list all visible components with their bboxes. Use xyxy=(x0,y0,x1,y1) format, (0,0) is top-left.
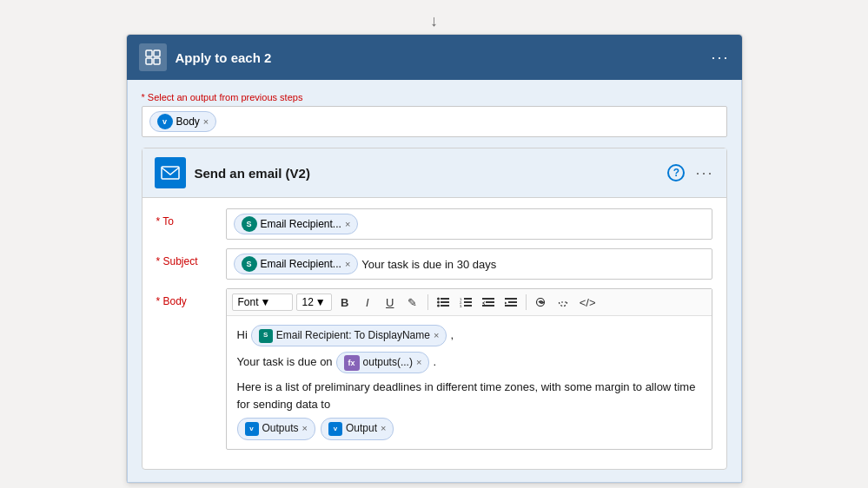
svg-rect-22 xyxy=(505,305,517,307)
to-token-close[interactable]: × xyxy=(345,219,350,229)
font-size-dropdown[interactable]: 12 ▼ xyxy=(296,293,332,311)
body-editor[interactable]: Font ▼ 12 ▼ B I xyxy=(226,288,712,450)
send-email-title: Send an email (V2) xyxy=(195,166,668,181)
to-recipient-token[interactable]: S Email Recipient... × xyxy=(234,214,359,234)
output-close[interactable]: × xyxy=(381,421,386,437)
pen-button[interactable]: ✎ xyxy=(403,293,422,312)
svg-rect-3 xyxy=(154,58,160,64)
svg-rect-19 xyxy=(482,305,494,307)
to-row: * To S Email Recipient... × xyxy=(156,208,712,240)
bold-button[interactable]: B xyxy=(335,293,354,312)
svg-text:3.: 3. xyxy=(460,304,462,307)
to-input[interactable]: S Email Recipient... × xyxy=(226,208,712,240)
svg-point-5 xyxy=(437,298,440,300)
editor-toolbar: Font ▼ 12 ▼ B I xyxy=(227,289,712,316)
due-text: Your task is due on xyxy=(237,353,333,372)
outputs-list-close[interactable]: × xyxy=(302,421,308,437)
outputs-list-icon: v xyxy=(245,422,259,436)
to-token-label: Email Recipient... xyxy=(261,218,341,230)
outputs-list-token[interactable]: v Outputs × xyxy=(237,418,315,439)
toolbar-divider-2 xyxy=(526,294,527,310)
svg-point-7 xyxy=(437,301,440,304)
subject-token-close[interactable]: × xyxy=(345,259,350,269)
hi-line: Hi S Email Recipient: To DisplayName × , xyxy=(237,325,701,346)
editor-content[interactable]: Hi S Email Recipient: To DisplayName × , xyxy=(227,316,712,449)
indent-increase-button[interactable] xyxy=(501,293,520,312)
send-email-header: Send an email (V2) ? ··· xyxy=(142,148,726,198)
recipient-token-close[interactable]: × xyxy=(434,328,439,344)
svg-rect-18 xyxy=(486,301,494,303)
svg-rect-17 xyxy=(482,298,494,300)
hi-text: Hi xyxy=(237,326,248,345)
send-email-icon xyxy=(155,157,186,188)
subject-content: S Email Recipient... × Your task is due … xyxy=(226,248,712,280)
send-email-container: Send an email (V2) ? ··· * To xyxy=(142,148,727,470)
help-icon[interactable]: ? xyxy=(667,164,685,181)
dot-text: . xyxy=(433,353,436,372)
outputs-token-close[interactable]: × xyxy=(416,355,421,371)
to-content: S Email Recipient... × xyxy=(226,208,712,240)
apply-header-icon xyxy=(139,43,167,71)
recipient-token-label: Email Recipient: To DisplayName xyxy=(276,327,430,344)
recipient-token-icon: S xyxy=(259,329,273,343)
apply-body: * Select an output from previous steps v… xyxy=(127,80,742,483)
font-label: Font xyxy=(238,296,259,308)
toolbar-divider-1 xyxy=(427,294,428,310)
body-row: * Body Font ▼ xyxy=(156,288,712,450)
select-output-input[interactable]: v Body × xyxy=(142,106,727,137)
outputs-token-label: outputs(...) xyxy=(363,354,413,371)
comma-text: , xyxy=(450,326,454,345)
apply-to-each-container: Apply to each 2 ··· * Select an output f… xyxy=(126,34,743,484)
subject-input[interactable]: S Email Recipient... × Your task is due … xyxy=(226,248,712,280)
unordered-list-button[interactable] xyxy=(434,293,453,312)
subject-text: Your task is due in 30 days xyxy=(361,258,496,271)
outputs-token[interactable]: fx outputs(...) × xyxy=(336,352,430,373)
body-token-close[interactable]: × xyxy=(203,116,209,127)
code-button[interactable]: </> xyxy=(577,293,599,312)
body-token[interactable]: v Body × xyxy=(149,111,217,132)
due-line: Your task is due on fx outputs(...) × . xyxy=(237,352,701,373)
body-content: Font ▼ 12 ▼ B I xyxy=(226,288,712,450)
send-email-form: * To S Email Recipient... × xyxy=(142,198,726,469)
output-label: Output xyxy=(346,420,377,437)
send-email-menu[interactable]: ··· xyxy=(695,164,713,182)
underline-button[interactable]: U xyxy=(381,293,400,312)
subject-recipient-token[interactable]: S Email Recipient... × xyxy=(234,254,359,274)
svg-rect-1 xyxy=(154,50,160,56)
body-token-icon: v xyxy=(157,114,173,129)
svg-rect-20 xyxy=(505,298,517,300)
down-arrow-icon: ↓ xyxy=(430,12,438,30)
outputs-list-label: Outputs xyxy=(262,420,299,437)
to-label: * To xyxy=(156,208,226,228)
unlink-button[interactable] xyxy=(554,293,573,312)
svg-rect-6 xyxy=(441,298,449,300)
svg-rect-16 xyxy=(464,305,472,307)
indent-decrease-button[interactable] xyxy=(479,293,498,312)
font-chevron-icon: ▼ xyxy=(261,296,271,308)
svg-rect-2 xyxy=(146,58,152,64)
outputs-fx-icon: fx xyxy=(344,355,360,371)
subject-label: * Subject xyxy=(156,248,226,267)
font-size-chevron-icon: ▼ xyxy=(315,296,326,308)
svg-point-9 xyxy=(437,305,440,307)
font-size-label: 12 xyxy=(302,296,314,308)
svg-rect-4 xyxy=(162,167,179,179)
svg-rect-14 xyxy=(464,301,472,303)
apply-header-menu[interactable]: ··· xyxy=(711,49,729,67)
down-arrow-container: ↓ xyxy=(126,12,743,30)
output-icon: v xyxy=(328,422,342,436)
link-button[interactable] xyxy=(532,293,551,312)
subject-token-label: Email Recipient... xyxy=(261,258,341,270)
svg-rect-10 xyxy=(441,305,449,307)
svg-rect-0 xyxy=(146,50,152,56)
apply-header: Apply to each 2 ··· xyxy=(127,35,742,80)
subject-row: * Subject S Email Recipient... × Your ta… xyxy=(156,248,712,280)
italic-button[interactable]: I xyxy=(358,293,377,312)
font-dropdown[interactable]: Font ▼ xyxy=(232,293,293,311)
recipient-displayname-token[interactable]: S Email Recipient: To DisplayName × xyxy=(251,325,447,346)
editor-paragraph: Here is a list of preliminary deadlines … xyxy=(237,379,701,412)
subject-token-icon: S xyxy=(242,256,257,272)
ordered-list-button[interactable]: 1.2.3. xyxy=(456,293,475,312)
body-label: * Body xyxy=(156,288,226,307)
output-token[interactable]: v Output × xyxy=(321,418,394,439)
